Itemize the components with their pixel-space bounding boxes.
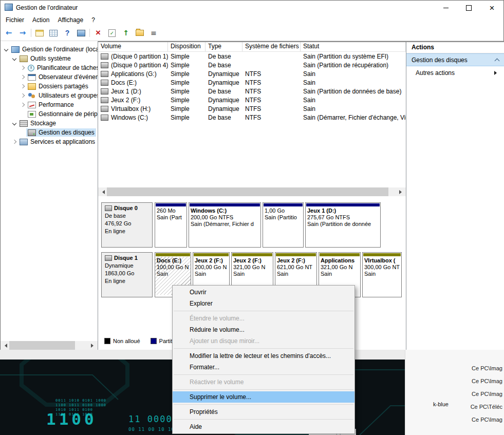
chevron-collapsed-icon[interactable]	[11, 140, 18, 143]
services-icon	[20, 139, 28, 145]
menu-help[interactable]: ?	[87, 15, 99, 25]
file-path-entry[interactable]: Ce PC\Imag	[405, 388, 504, 401]
partition-cell[interactable]: Windows (C:)200,00 Go NTFSSain (Démarrer…	[189, 202, 261, 248]
console-tree-button[interactable]	[34, 27, 45, 39]
menu-item: Réactiver le volume	[173, 376, 354, 388]
volume-row[interactable]: (Disque 0 partition 4)SimpleDe baseSain …	[98, 61, 406, 69]
green-up-arrow-icon	[123, 29, 129, 37]
chevron-expanded-icon[interactable]	[11, 122, 18, 125]
cell-text: Sain (Démarrer, Fichier d'échange, Vid	[303, 114, 406, 121]
column-type[interactable]: Type	[206, 42, 242, 51]
menu-affichage[interactable]: Affichage	[53, 15, 87, 25]
actions-group-header[interactable]: Gestion des disques	[406, 53, 504, 66]
export-list-button[interactable]	[48, 27, 59, 39]
binary-line: 0011 1010 0101 1000	[55, 399, 106, 403]
disk-size: 1863,00 Go	[105, 270, 149, 277]
tree-item-shared-folders[interactable]: Dossiers partagés	[1, 82, 98, 91]
tree-item-task-scheduler[interactable]: Planificateur de tâches	[1, 63, 98, 72]
disk-label[interactable]: Disque 0De base476,92 GoEn ligne	[101, 202, 153, 248]
app-icon	[5, 4, 13, 11]
help-button[interactable]	[62, 27, 73, 39]
disk-label[interactable]: Disque 1Dynamique1863,00 GoEn ligne	[101, 252, 153, 297]
menu-item[interactable]: Ouvrir	[173, 287, 354, 298]
chevron-expanded-icon[interactable]	[3, 48, 10, 51]
cell-text: Simple	[171, 105, 190, 112]
chevron-expanded-icon[interactable]	[11, 57, 18, 60]
chevron-collapsed-icon[interactable]	[19, 94, 26, 97]
menu-item[interactable]: Propriétés	[173, 406, 354, 418]
menu-item[interactable]: Modifier la lettre de lecteur et les che…	[173, 350, 354, 362]
scroll-right-button[interactable]	[397, 187, 406, 196]
convert-disk-button[interactable]	[120, 27, 132, 39]
properties-button[interactable]	[106, 27, 118, 39]
tree-item-system-tools[interactable]: Outils système	[1, 54, 98, 63]
tree-item-label: Gestionnaire de périphé	[39, 110, 98, 118]
menu-item[interactable]: Réduire le volume...	[173, 324, 354, 335]
event-icon	[28, 74, 36, 81]
menu-item[interactable]: Supprimer le volume...	[173, 391, 354, 403]
close-button[interactable]	[480, 1, 503, 15]
disk-icon	[105, 255, 112, 261]
chevron-collapsed-icon[interactable]	[19, 103, 26, 106]
tree-item-local-users-groups[interactable]: Utilisateurs et groupes l	[1, 91, 98, 100]
more-actions-item[interactable]: Autres actions	[406, 66, 504, 80]
tree-item-device-manager[interactable]: Gestionnaire de périphé	[1, 109, 98, 119]
disk-name: Disque 1	[105, 254, 149, 262]
menu-item[interactable]: Aide	[173, 421, 354, 432]
tree-item-disk-management[interactable]: Gestion des disques	[1, 128, 98, 137]
partition-cell[interactable]: 1,00 GoSain (Partitio	[263, 202, 304, 248]
tree-item-performance[interactable]: Performance	[1, 100, 98, 109]
partition-cell[interactable]: Jeux 1 (D:)275,67 Go NTFSSain (Partition…	[305, 202, 381, 248]
partition-title: Applications	[321, 257, 359, 264]
volume-row[interactable]: Jeux 1 (D:)SimpleDe baseNTFSSain (Partit…	[98, 87, 406, 96]
chevron-collapsed-icon[interactable]	[19, 75, 26, 79]
scroll-thumb[interactable]	[9, 341, 75, 350]
partition-cell[interactable]: 260 MoSain (Part	[155, 202, 187, 248]
chevron-up-icon	[495, 59, 500, 64]
display-button[interactable]	[76, 27, 87, 39]
volume-row[interactable]: VIrtualbox (H:)SimpleDynamiqueNTFSSain	[98, 104, 406, 113]
minimize-button[interactable]	[434, 1, 457, 15]
file-path-entry[interactable]: Ce PC\Imag	[405, 413, 504, 426]
volume-disk-icon	[101, 71, 108, 77]
volume-row[interactable]: (Disque 0 partition 1)SimpleDe baseSain …	[98, 52, 406, 61]
volume-row[interactable]: Jeux 2 (F:)SimpleDynamiqueNTFSSain	[98, 96, 406, 104]
partition-cell[interactable]: VIrtualbox (300,00 Go NTSain	[362, 252, 402, 297]
file-path-entry[interactable]: Ce PC\Téléc	[405, 401, 504, 413]
tree-item-computer-management-local[interactable]: Gestion de l'ordinateur (local)	[1, 45, 98, 54]
menu-item[interactable]: Formater...	[173, 362, 354, 373]
tree-item-event-viewer[interactable]: Observateur d'événeme	[1, 72, 98, 82]
column-statut[interactable]: Statut	[301, 42, 406, 51]
chevron-collapsed-icon[interactable]	[19, 66, 26, 69]
menu-item[interactable]: Explorer	[173, 298, 354, 309]
back-button[interactable]	[3, 27, 14, 39]
cell-text: Sain	[303, 79, 315, 86]
left-triangle-icon	[100, 190, 105, 194]
view-options-button[interactable]	[148, 27, 159, 39]
menu-fichier[interactable]: Fichier	[2, 15, 28, 25]
column-volume[interactable]: Volume	[98, 42, 168, 51]
partition-line: 300,00 Go NT	[364, 264, 400, 271]
tree-item-services-apps[interactable]: Services et applications	[1, 137, 98, 146]
volume-row[interactable]: Windows (C:)SimpleDe baseNTFSSain (Démar…	[98, 113, 406, 122]
scroll-left-button[interactable]	[1, 341, 9, 350]
list-icon	[151, 29, 157, 37]
scroll-thumb[interactable]	[107, 187, 388, 196]
forward-button[interactable]	[17, 27, 28, 39]
delete-volume-button[interactable]	[92, 27, 104, 39]
column-disposition[interactable]: Disposition	[168, 42, 206, 51]
file-path-entry[interactable]: Ce PC\Imag	[405, 362, 504, 375]
volume-row[interactable]: Docs (E:)SimpleDynamiqueNTFSSain	[98, 78, 406, 87]
menu-action[interactable]: Action	[28, 15, 53, 25]
chevron-collapsed-icon[interactable]	[19, 85, 26, 88]
filename-partial: k-blue	[433, 401, 449, 407]
menu-separator	[174, 404, 353, 405]
column-filesystem[interactable]: Système de fichiers	[242, 42, 301, 51]
file-path-entry[interactable]: Ce PC\Imag	[405, 375, 504, 388]
tree-item-storage[interactable]: Stockage	[1, 119, 98, 128]
maximize-button[interactable]	[457, 1, 480, 15]
explore-button[interactable]	[134, 27, 145, 39]
scroll-left-button[interactable]	[98, 187, 107, 196]
scroll-right-button[interactable]	[89, 341, 98, 350]
volume-row[interactable]: Applications (G:)SimpleDynamiqueNTFSSain	[98, 69, 406, 78]
